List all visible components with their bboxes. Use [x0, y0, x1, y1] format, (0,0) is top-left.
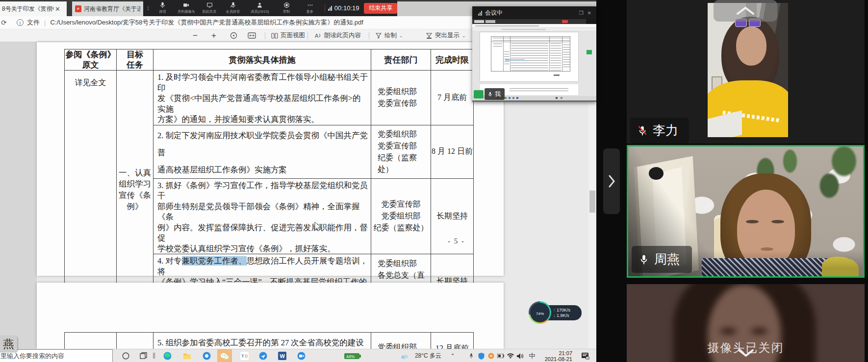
- mouse-cursor: [314, 221, 322, 232]
- self-label: 我: [495, 90, 501, 98]
- header-dept: 责任部门: [371, 49, 431, 71]
- tray-battery-icon[interactable]: [496, 349, 505, 362]
- scroll-down-videos-icon[interactable]: [736, 349, 756, 360]
- cell-ref2: [65, 333, 117, 349]
- tab-close-icon[interactable]: ✕: [55, 5, 60, 13]
- close-icon[interactable]: ✕: [587, 10, 591, 16]
- header-measures: 贯彻落实具体措施: [153, 49, 371, 71]
- cell-dept-1: 党委组织部 党委宣传部: [371, 71, 431, 125]
- highlight-button[interactable]: 突出显示 ⌄: [426, 29, 466, 42]
- tray-huorong-icon[interactable]: [486, 349, 495, 362]
- windows-taskbar: 在这里输入你要搜索的内容 ‖ TD W 44% 28°C 多云 ⌃ 中 21:0…: [0, 349, 596, 362]
- meeting-timer: 00:10:19: [328, 4, 359, 12]
- participant-badge: 周燕: [632, 246, 692, 273]
- task-view-icon[interactable]: [138, 349, 149, 362]
- cell-dept-5: 党委组织部: [371, 333, 431, 349]
- page-view-button[interactable]: 页面视图: [271, 29, 305, 42]
- weather-icon: [400, 349, 409, 362]
- zoom-in-button[interactable]: +: [211, 29, 216, 42]
- participant-name: 李力: [653, 122, 678, 139]
- notification-icon[interactable]: 1: [579, 349, 591, 362]
- fit-page-button[interactable]: [248, 29, 256, 42]
- tab-other-pdf[interactable]: P 河南省教育厅《关于进一步动员: [72, 1, 143, 16]
- zoom-reset-button[interactable]: [230, 29, 237, 42]
- wechat-icon[interactable]: [217, 349, 232, 362]
- members-button[interactable]: 成员(19/19): [245, 0, 275, 16]
- download-speed: ↓ 1.9K/s: [553, 313, 582, 318]
- video-tile-lili[interactable]: 李力: [627, 0, 865, 144]
- ime-indicator[interactable]: 中: [527, 349, 537, 362]
- expand-panel-button[interactable]: [603, 148, 620, 214]
- drag-handle-icon[interactable]: ⁞⁞: [147, 5, 148, 11]
- participant-badge: 李力: [630, 118, 689, 144]
- taskbar-divider: ‖: [152, 349, 156, 362]
- preview-titlebar[interactable]: 会议中 ❐ ✕: [472, 6, 596, 19]
- mute-all-button[interactable]: 全员静音: [221, 0, 245, 16]
- tray-expand-icon[interactable]: ⌃: [449, 349, 457, 362]
- chevron-down-icon: ⌄: [462, 33, 466, 38]
- zoom-out-button[interactable]: −: [193, 29, 198, 42]
- video-tile-camera-off[interactable]: 摄像头已关闭: [627, 284, 865, 362]
- signal-icon: [478, 10, 482, 16]
- address-url[interactable]: C:/Users/lenovo/Desktop/党字58号关于印发《贯彻中国共产…: [50, 18, 363, 27]
- header-task: 目标 任务: [117, 49, 153, 71]
- scrollbar[interactable]: ▼: [588, 58, 596, 362]
- more-button[interactable]: 更多: [298, 0, 322, 16]
- cell-dept-3: 党委宣传部 党委组织部 纪委（监察处）: [371, 178, 431, 254]
- file-explorer-icon[interactable]: [180, 349, 193, 362]
- header-ref: 参阅《条例》 原文: [65, 49, 117, 71]
- preview-title: 会议中: [485, 9, 503, 17]
- tray-shield-icon[interactable]: [477, 349, 485, 362]
- refresh-icon[interactable]: ⟳: [1, 19, 10, 26]
- edge-icon[interactable]: [161, 349, 174, 362]
- restore-icon[interactable]: ❐: [579, 10, 584, 16]
- word-icon[interactable]: W: [276, 349, 288, 362]
- chevron-down-icon: ⌄: [399, 33, 403, 38]
- taskbar-search-box[interactable]: 在这里输入你要搜索的内容: [0, 349, 113, 362]
- meeting-preview-window[interactable]: 会议中 ❐ ✕: [472, 6, 596, 102]
- file-protocol-label: 文件: [27, 18, 40, 27]
- new-share-button[interactable]: 新的共享: [198, 0, 222, 16]
- qq-browser-icon[interactable]: [256, 349, 269, 362]
- end-share-button[interactable]: 结束共享: [364, 3, 397, 14]
- info-icon[interactable]: i: [17, 19, 24, 26]
- pdf-margin: [0, 42, 37, 349]
- pdf-page-5: 参阅《条例》 原文 目标 任务 贯彻落实具体措施 责任部门 完成时限 详见全文 …: [37, 42, 504, 276]
- video-tile-zhouyan-active[interactable]: 周燕: [627, 145, 865, 278]
- camera-button[interactable]: 关闭摄像头: [175, 0, 198, 16]
- taskbar-clock[interactable]: 21:07 2021-08-21: [541, 349, 572, 362]
- battery-tray-widget[interactable]: 44%: [340, 349, 366, 362]
- meeting-control-bar: ⁞⁞ 静音 关闭摄像头 新的共享 全员静音 成员(19/19) 录制 更多: [143, 0, 397, 16]
- cell-measure-3: 3. 抓好《条例》学习宣传工作，指导学校基层党组织和党员干 部师生特别是党员领导…: [153, 178, 371, 254]
- svg-text:D: D: [245, 354, 248, 359]
- tray-mic-icon[interactable]: [467, 349, 476, 362]
- mic-muted-icon: [637, 125, 648, 136]
- weather-text[interactable]: 28°C 多云: [411, 349, 445, 362]
- memory-usage-ball[interactable]: 74%: [529, 301, 551, 324]
- implementation-table: 参阅《条例》 原文 目标 任务 贯彻落实具体措施 责任部门 完成时限 详见全文 …: [64, 49, 474, 309]
- cell-deadline-5: 12 月底前: [431, 333, 474, 349]
- tray-wifi-icon[interactable]: [506, 349, 515, 362]
- record-button[interactable]: 录制: [275, 0, 298, 16]
- tab-current-pdf[interactable]: 8号关于印发《贯彻中国共 ✕: [0, 1, 67, 16]
- tab-title: 8号关于印发《贯彻中国共: [2, 5, 54, 13]
- participant-name: 周燕: [654, 251, 680, 268]
- cell-dept-2: 党委组织部 党委宣传部 纪委（监察处）: [371, 125, 431, 178]
- cortana-icon[interactable]: [120, 349, 131, 362]
- meeting-app-icon[interactable]: [295, 349, 307, 362]
- cell-measure-2: 2. 制定下发河南应用技术职业学院委员会贯彻《中国共产党普 通高校基层组织工作条…: [153, 125, 371, 178]
- cell-deadline-1: 7 月底前: [431, 71, 474, 125]
- draw-button[interactable]: 绘制 ⌄: [375, 29, 403, 42]
- mic-icon: [638, 254, 649, 265]
- page-number: - 5 -: [448, 237, 465, 245]
- clock-date: 2021-08-21: [545, 356, 572, 362]
- collapse-panel-button[interactable]: [714, 0, 777, 22]
- read-aloud-button[interactable]: A 朗读此页内容: [314, 29, 361, 42]
- browser-360-icon[interactable]: [200, 349, 213, 362]
- mute-button[interactable]: 静音: [151, 0, 175, 16]
- tim-icon[interactable]: TD: [238, 349, 251, 362]
- tray-volume-icon[interactable]: [516, 349, 525, 362]
- scrollbar-thumb[interactable]: [589, 191, 595, 213]
- speaker-name-toast: 燕: [0, 336, 17, 352]
- tab-title: 河南省教育厅《关于进一步动员: [84, 5, 140, 13]
